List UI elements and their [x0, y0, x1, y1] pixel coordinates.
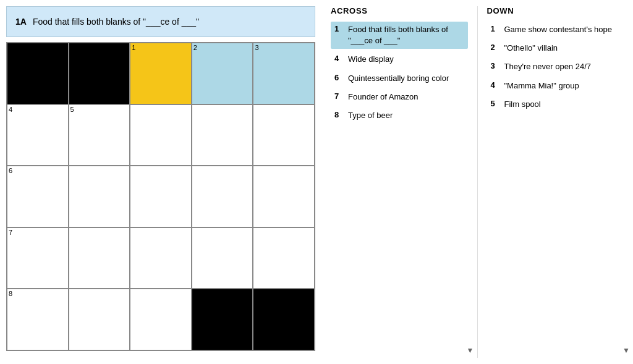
grid-cell-r1c4[interactable] [253, 104, 315, 166]
clue-text: Founder of Amazon [348, 91, 418, 103]
cell-num-5: 5 [70, 106, 74, 113]
grid-cell-r1c0[interactable]: 4 [7, 104, 69, 166]
grid-cell-r0c2[interactable]: 1 [130, 43, 192, 104]
across-clue-8[interactable]: 8Type of beer [331, 108, 468, 124]
across-clue-6[interactable]: 6Quintessentially boring color [331, 70, 468, 87]
down-title: DOWN [487, 6, 624, 15]
clue-num: 2 [491, 43, 499, 52]
clue-num: 8 [334, 110, 343, 119]
grid-cell-r0c1[interactable] [69, 43, 130, 104]
down-clue-3[interactable]: 3They're never open 24/7 [487, 59, 624, 75]
clue-num: 7 [334, 91, 343, 101]
grid-cell-r3c0[interactable]: 7 [7, 227, 69, 289]
cell-num-4: 4 [9, 106, 12, 113]
grid-cell-r0c4[interactable]: 3 [253, 43, 315, 104]
grid-cell-r3c1[interactable] [69, 227, 130, 289]
cell-num-2: 2 [193, 44, 197, 51]
across-clue-7[interactable]: 7Founder of Amazon [331, 89, 468, 105]
grid-cell-r3c3[interactable] [192, 227, 253, 289]
down-clue-2[interactable]: 2"Othello" villain [487, 40, 624, 56]
clue-text: They're never open 24/7 [504, 61, 592, 72]
grid-cell-r4c1[interactable] [69, 289, 130, 350]
clue-num: 1 [491, 24, 499, 33]
across-clue-4[interactable]: 4Wide display [331, 51, 468, 67]
grid-cell-r3c2[interactable] [130, 227, 192, 289]
across-title: ACROSS [331, 6, 468, 15]
clue-num: 4 [491, 80, 499, 90]
clues-section: ACROSS 1Food that fills both blanks of "… [321, 0, 633, 364]
down-clues-list: 1Game show contestant's hope2"Othello" v… [487, 22, 624, 112]
grid-cell-r2c0[interactable]: 6 [7, 166, 69, 227]
grid-cell-r0c0[interactable] [7, 43, 69, 104]
grid-cell-r1c2[interactable] [130, 104, 192, 166]
cell-num-3: 3 [255, 44, 258, 51]
crossword-grid[interactable]: 12345678 [6, 42, 315, 351]
clue-num: 5 [491, 99, 499, 108]
clue-text: Wide display [348, 54, 394, 65]
clue-text: Type of beer [348, 110, 393, 121]
down-column: DOWN 1Game show contestant's hope2"Othel… [478, 6, 634, 358]
grid-cell-r4c0[interactable]: 8 [7, 289, 69, 350]
grid-cell-r4c4[interactable] [253, 289, 315, 350]
cell-num-7: 7 [9, 229, 12, 236]
grid-cell-r2c1[interactable] [69, 166, 130, 227]
crossword-panel: 1A Food that fills both blanks of "___ce… [0, 0, 321, 364]
cell-num-6: 6 [9, 167, 12, 174]
clue-text: Game show contestant's hope [504, 24, 612, 35]
down-clue-4[interactable]: 4"Mamma Mia!" group [487, 78, 624, 94]
clue-text: "Othello" villain [504, 43, 558, 54]
clue-header-num: 1A [15, 17, 27, 27]
grid-cell-r1c1[interactable]: 5 [69, 104, 130, 166]
across-clues-list: 1Food that fills both blanks of "___ce o… [331, 22, 468, 124]
grid-cell-r1c3[interactable] [192, 104, 253, 166]
across-scroll-indicator: ▼ [467, 346, 474, 355]
clue-text: Film spool [504, 99, 541, 110]
clue-num: 6 [334, 73, 343, 82]
grid-cell-r2c3[interactable] [192, 166, 253, 227]
grid-cell-r3c4[interactable] [253, 227, 315, 289]
grid-cell-r4c2[interactable] [130, 289, 192, 350]
clue-text: Food that fills both blanks of "___ce of… [348, 24, 464, 46]
clue-num: 1 [334, 24, 343, 33]
across-column: ACROSS 1Food that fills both blanks of "… [321, 6, 477, 358]
grid-cell-r0c3[interactable]: 2 [192, 43, 253, 104]
clue-num: 3 [491, 61, 499, 70]
cell-num-8: 8 [9, 290, 12, 297]
clue-header-text: Food that fills both blanks of "___ce of… [33, 17, 199, 27]
clue-text: Quintessentially boring color [348, 73, 449, 84]
down-clue-1[interactable]: 1Game show contestant's hope [487, 22, 624, 38]
grid-cell-r4c3[interactable] [192, 289, 253, 350]
clue-header: 1A Food that fills both blanks of "___ce… [6, 6, 315, 37]
across-clue-1[interactable]: 1Food that fills both blanks of "___ce o… [331, 22, 468, 49]
grid-cell-r2c4[interactable] [253, 166, 315, 227]
down-clue-5[interactable]: 5Film spool [487, 96, 624, 112]
clue-num: 4 [334, 54, 343, 63]
down-scroll-indicator: ▼ [622, 346, 630, 355]
cell-num-1: 1 [132, 44, 135, 51]
grid-cell-r2c2[interactable] [130, 166, 192, 227]
clue-text: "Mamma Mia!" group [504, 80, 579, 91]
